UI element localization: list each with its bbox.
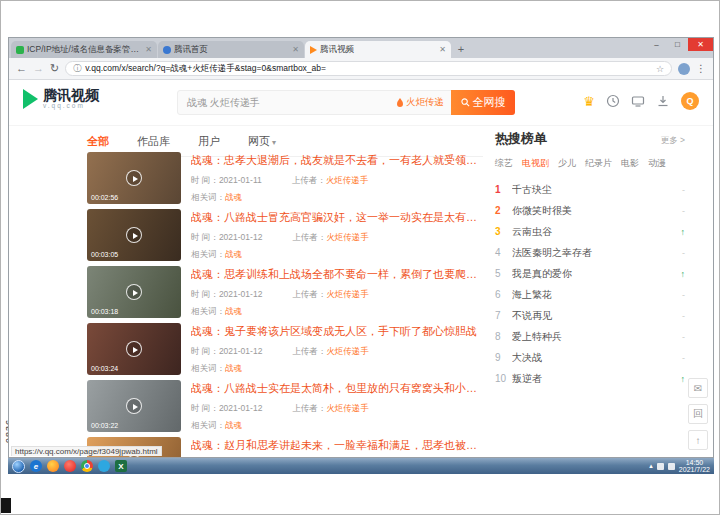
related-keyword[interactable]: 战魂 (225, 306, 242, 318)
video-title[interactable]: 战魂：思孝训练和上战场全都不要命一样，累倒了也要爬起来练 (191, 267, 487, 282)
address-bar[interactable]: ⓘ v.qq.com/x/search/?q=战魂+火炬传递手&stag=0&s… (65, 61, 672, 76)
maximize-button[interactable]: □ (667, 38, 688, 51)
related-keyword[interactable]: 战魂 (225, 249, 242, 261)
hot-list-item[interactable]: 10叛逆者↑ (495, 368, 685, 389)
tab-close-icon[interactable]: ✕ (439, 45, 446, 54)
hot-list-item[interactable]: 4法医秦明之幸存者- (495, 242, 685, 263)
filter-tab-web[interactable]: 网页▾ (248, 134, 276, 149)
close-button[interactable]: ✕ (688, 38, 713, 51)
result-item[interactable]: 00:03:05 战魂：八路战士冒充高官骗汉奸，这一举一动实在是太有范了！ 时 … (87, 209, 487, 261)
tencent-video-logo[interactable]: 腾讯视频 v.qq.com (23, 88, 99, 109)
site-info-icon[interactable]: ⓘ (73, 63, 81, 74)
uploader-name[interactable]: 火炬传递手 (326, 346, 369, 358)
minimize-button[interactable]: – (646, 38, 667, 51)
hot-title-text[interactable]: 爱上特种兵 (512, 330, 676, 344)
hot-tab-anime[interactable]: 动漫 (648, 157, 666, 170)
hot-list-item[interactable]: 5我是真的爱你↑ (495, 263, 685, 284)
result-item[interactable]: 00:02:56 战魂：忠孝大退潮后，战友就是不去看，一有老人就受领丝都不住 时… (87, 152, 487, 204)
tray-network-icon[interactable] (657, 463, 664, 470)
search-input[interactable]: 战魂 火炬传递手 (178, 96, 396, 110)
video-thumbnail[interactable]: 00:03:18 (87, 266, 181, 318)
video-thumbnail[interactable]: 00:03:05 (87, 209, 181, 261)
browser-profile-avatar[interactable] (678, 63, 690, 75)
reload-icon[interactable]: ↻ (50, 63, 59, 74)
hot-title-text[interactable]: 法医秦明之幸存者 (512, 246, 676, 260)
hot-tab-movie[interactable]: 电影 (621, 157, 639, 170)
hot-list-item[interactable]: 9大决战- (495, 347, 685, 368)
video-title[interactable]: 战魂：八路战士冒充高官骗汉奸，这一举一动实在是太有范了！ (191, 210, 487, 225)
browser-taskbar-icon-orange[interactable] (47, 460, 59, 472)
filter-tab-all[interactable]: 全部 (87, 134, 109, 149)
video-thumbnail[interactable]: 00:02:56 (87, 152, 181, 204)
browser-tab-tencent-video[interactable]: 腾讯视频 ✕ (305, 41, 451, 58)
download-icon[interactable] (656, 94, 670, 108)
tray-volume-icon[interactable] (668, 463, 675, 470)
video-thumbnail[interactable]: 00:03:24 (87, 323, 181, 375)
hot-title-text[interactable]: 千古玦尘 (512, 183, 676, 197)
result-item[interactable]: 00:03:18 战魂：思孝训练和上战场全都不要命一样，累倒了也要爬起来练 时 … (87, 266, 487, 318)
hot-list-item[interactable]: 1千古玦尘- (495, 179, 685, 200)
hot-title-text[interactable]: 不说再见 (512, 309, 676, 323)
search-button[interactable]: 全网搜 (451, 90, 515, 115)
uploader-name[interactable]: 火炬传递手 (326, 289, 369, 301)
tv-client-icon[interactable] (631, 94, 645, 108)
browser-tab-icp[interactable]: ICP/IP地址/域名信息备案管理系统 ✕ (11, 41, 157, 58)
url-text[interactable]: v.qq.com/x/search/?q=战魂+火炬传递手&stag=0&sma… (85, 63, 652, 75)
hot-list-item[interactable]: 6海上繁花- (495, 284, 685, 305)
hot-more-link[interactable]: 更多 > (661, 135, 685, 147)
hot-title-text[interactable]: 海上繁花 (512, 288, 676, 302)
uploader-name[interactable]: 火炬传递手 (326, 175, 369, 187)
qq-taskbar-icon[interactable] (98, 460, 110, 472)
browser-tab-tencent-home[interactable]: 腾讯首页 ✕ (158, 41, 304, 58)
forward-icon[interactable]: → (33, 63, 44, 74)
uploader-name[interactable]: 火炬传递手 (326, 403, 369, 415)
hot-list-item[interactable]: 3云南虫谷↑ (495, 221, 685, 242)
tray-expand-icon[interactable]: ▴ (649, 462, 653, 470)
excel-taskbar-icon[interactable]: X (115, 460, 127, 472)
hot-list-item[interactable]: 8爱上特种兵- (495, 326, 685, 347)
feedback-icon[interactable]: ✉ (688, 378, 708, 398)
ie-taskbar-icon[interactable]: e (30, 460, 42, 472)
hot-title-text[interactable]: 大决战 (512, 351, 676, 365)
hot-title-text[interactable]: 叛逆者 (512, 372, 675, 386)
hot-tab-variety[interactable]: 综艺 (495, 157, 513, 170)
filter-tab-users[interactable]: 用户 (198, 134, 220, 149)
related-keyword[interactable]: 战魂 (225, 192, 242, 204)
related-keyword[interactable]: 战魂 (225, 363, 242, 375)
back-to-top-icon[interactable]: ↑ (688, 430, 708, 450)
start-button[interactable] (12, 460, 25, 473)
back-icon[interactable]: ← (16, 63, 27, 74)
bookmark-star-icon[interactable]: ☆ (656, 64, 664, 74)
taskbar-clock[interactable]: 14:50 2021/7/22 (679, 459, 710, 474)
video-title[interactable]: 战魂：八路战士实在是太简朴，包里放的只有窝窝头和小咸菜 (191, 381, 487, 396)
video-title[interactable]: 战魂：鬼子要将该片区域变成无人区，手下听了都心惊胆战 (191, 324, 487, 339)
hot-tab-documentary[interactable]: 纪录片 (585, 157, 612, 170)
hot-tab-kids[interactable]: 少儿 (558, 157, 576, 170)
hot-list-item[interactable]: 7不说再见- (495, 305, 685, 326)
hot-search-link[interactable]: 火炬传递 (396, 96, 444, 109)
vip-icon[interactable]: ♛ (583, 95, 595, 108)
hot-list-item[interactable]: 2你微笑时很美- (495, 200, 685, 221)
filter-tab-library[interactable]: 作品库 (137, 134, 170, 149)
browser-menu-icon[interactable]: ⋮ (696, 63, 706, 74)
tab-close-icon[interactable]: ✕ (292, 45, 299, 54)
hot-title-text[interactable]: 云南虫谷 (512, 225, 675, 239)
related-keyword[interactable]: 战魂 (225, 420, 242, 432)
qrcode-icon[interactable]: 回 (688, 404, 708, 424)
search-box[interactable]: 战魂 火炬传递手 火炬传递 全网搜 (177, 90, 515, 115)
tab-close-icon[interactable]: ✕ (145, 45, 152, 54)
browser-taskbar-icon-red[interactable] (64, 460, 76, 472)
history-clock-icon[interactable] (606, 94, 620, 108)
video-title[interactable]: 战魂：赵月和思孝讲起未来，一脸幸福和满足，思孝也被现场感动 (191, 438, 487, 453)
video-thumbnail[interactable]: 00:03:22 (87, 380, 181, 432)
result-item[interactable]: 00:03:24 战魂：鬼子要将该片区域变成无人区，手下听了都心惊胆战 时 间：… (87, 323, 487, 375)
chrome-taskbar-icon[interactable] (81, 460, 93, 472)
user-avatar[interactable]: Q (681, 92, 699, 110)
hot-tab-drama[interactable]: 电视剧 (522, 157, 549, 170)
hot-title-text[interactable]: 我是真的爱你 (512, 267, 675, 281)
hot-title-text[interactable]: 你微笑时很美 (512, 204, 676, 218)
new-tab-button[interactable]: + (452, 41, 470, 58)
uploader-name[interactable]: 火炬传递手 (326, 232, 369, 244)
video-title[interactable]: 战魂：忠孝大退潮后，战友就是不去看，一有老人就受领丝都不住 (191, 153, 487, 168)
result-item[interactable]: 00:03:22 战魂：八路战士实在是太简朴，包里放的只有窝窝头和小咸菜 时 间… (87, 380, 487, 432)
